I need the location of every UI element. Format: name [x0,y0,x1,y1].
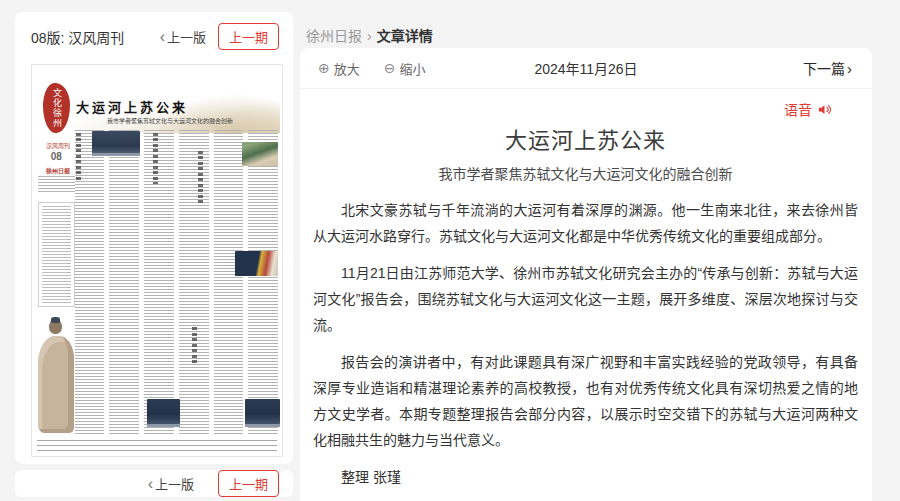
text-lines [42,206,70,304]
voice-button[interactable]: 语音 [784,99,832,119]
photo-canal-painting [242,142,278,165]
zoom-out-icon: ⊖ [384,61,396,75]
edition-label: 08版: 汉风周刊 [31,27,160,47]
paper-name-text: 徐州日报 [46,166,70,175]
breadcrumb: 徐州日报›文章详情 [306,25,433,45]
voice-row: 语音 [313,99,832,119]
sushi-robe [38,336,74,433]
vertical-headline [153,133,158,184]
prev-page-label: 上一版 [155,474,194,493]
zoom-out-button[interactable]: ⊖ 缩小 [384,59,426,78]
vertical-headline [198,151,203,206]
article-paragraph: 报告会的演讲者中，有对此课题具有深广视野和丰富实践经验的党政领导，有具备深厚专业… [313,349,858,453]
breadcrumb-separator: › [367,28,372,44]
left-panel-header: 08版: 汉风周刊 ‹ 上一版 上一期 [15,12,293,59]
sushi-illustration [35,317,78,432]
article-byline: 整理 张瑾 [313,464,858,490]
thumb-headline: 大运河上苏公来 [72,97,192,116]
zoom-in-button[interactable]: ⊕ 放大 [318,59,360,78]
zoom-out-label: 缩小 [399,59,425,78]
article-subtitle: 我市学者聚焦苏轼文化与大运河文化的融合创新 [313,163,858,183]
left-panel-footer: ‹ 上一版 上一期 [15,470,293,497]
next-article-label: 下一篇 [803,58,845,78]
breadcrumb-root[interactable]: 徐州日报 [306,28,362,44]
article-toolbar: ⊕ 放大 ⊖ 缩小 2024年11月26日 下一篇 › [300,48,872,89]
article-title: 大运河上苏公来 [313,126,858,156]
newspaper-columns [75,130,279,435]
chevron-left-icon: ‹ [148,476,153,492]
photo-speaker-bottom-left [147,399,180,427]
article-paragraph: 11月21日由江苏师范大学、徐州市苏轼文化研究会主办的“传承与创新：苏轼与大运河… [313,260,858,338]
text-column [144,130,174,435]
next-article-button[interactable]: 下一篇 › [803,58,852,78]
breadcrumb-current: 文章详情 [377,28,433,44]
thumb-subtitle: 我市学者聚焦苏轼文化与大运河文化的融合创新 [65,114,200,132]
weekly-name-text: 汉风周刊 [46,141,70,150]
article-content: 语音 大运河上苏公来 我市学者聚焦苏轼文化与大运河文化的融合创新 北宋文豪苏轼与… [300,99,872,501]
text-column [179,130,209,435]
photo-lecturer [235,251,279,276]
zoom-in-icon: ⊕ [318,61,330,75]
text-column [214,130,244,435]
thumb-subtitle-text: 我市学者聚焦苏轼文化与大运河文化的融合创新 [107,116,233,125]
article-paragraph: 北宋文豪苏轼与千年流淌的大运河有着深厚的渊源。他一生南来北往，来去徐州皆从大运河… [313,197,858,249]
chevron-left-icon: ‹ [160,29,165,45]
photo-speaker-podium [92,131,140,157]
vertical-headline [76,133,81,182]
photo-speaker-bottom-right [245,399,280,427]
newspaper-thumbnail[interactable]: 文化徐州 汉风周刊 08 徐州日报 大运河上苏公来 我市学者聚焦苏轼文化与大运河… [31,64,283,457]
prev-issue-button-bottom[interactable]: 上一期 [218,470,279,497]
paper-name: 徐州日报 [38,164,74,182]
page-footer-lines [37,440,277,451]
article-panel: ⊕ 放大 ⊖ 缩小 2024年11月26日 下一篇 › 语音 大运河上苏公来 我… [300,48,872,501]
prev-page-link-bottom[interactable]: ‹ 上一版 [148,474,194,493]
sushi-hat [51,317,60,323]
prev-page-link[interactable]: ‹ 上一版 [160,27,206,46]
zoom-in-label: 放大 [334,59,360,78]
prev-page-label: 上一版 [167,27,206,46]
left-panel: 08版: 汉风周刊 ‹ 上一版 上一期 文化徐州 汉风周刊 08 徐州日报 大运… [15,12,293,464]
voice-label: 语音 [784,99,812,119]
text-column [248,130,278,435]
page-number: 08 [38,151,74,162]
left-column-box [38,202,74,308]
speaker-icon [817,102,832,117]
chevron-right-icon: › [847,61,852,76]
vertical-headline [192,327,197,366]
prev-issue-button[interactable]: 上一期 [218,23,279,50]
text-column [109,130,139,435]
